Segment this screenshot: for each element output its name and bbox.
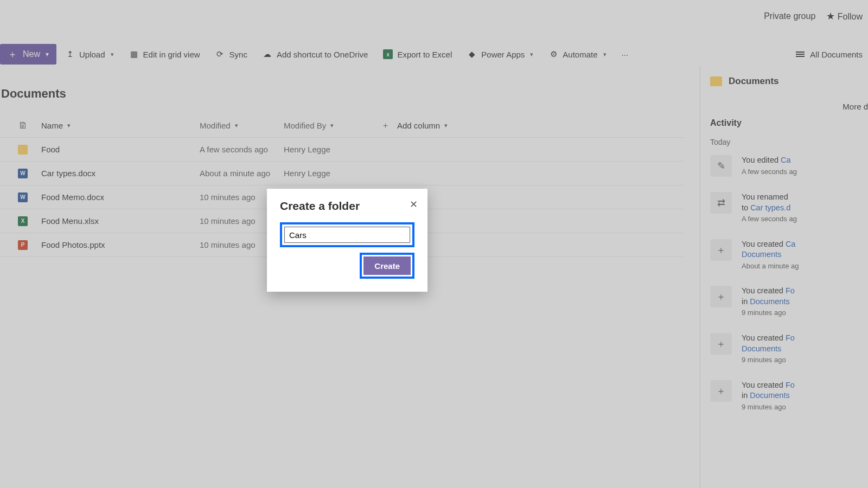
create-button[interactable]: Create [363,256,411,275]
close-button[interactable]: ✕ [410,198,418,210]
modal-overlay[interactable] [0,0,868,488]
folder-name-highlight [280,222,414,247]
folder-name-input[interactable] [284,227,410,243]
create-folder-dialog: Create a folder ✕ Create [267,189,427,292]
close-icon: ✕ [410,199,418,210]
create-button-highlight: Create [360,253,414,279]
dialog-title: Create a folder [280,200,414,213]
